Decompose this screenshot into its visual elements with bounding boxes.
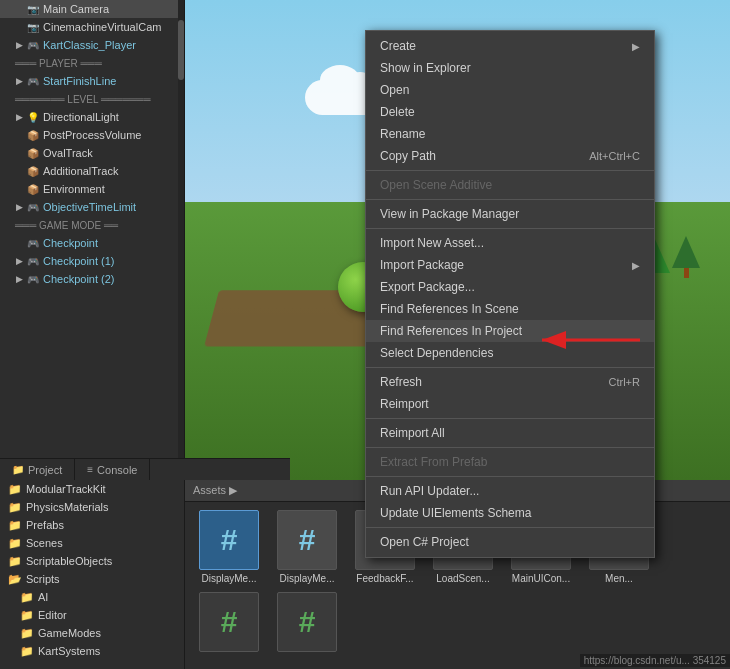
hierarchy-item-kart[interactable]: ▶ 🎮 KartClassic_Player — [0, 36, 184, 54]
file-item-scriptableobjects[interactable]: 📁 ScriptableObjects — [0, 552, 184, 570]
gameobj-icon: 🎮 — [26, 254, 40, 268]
asset-item-displayme2[interactable]: # DisplayMe... — [271, 510, 343, 584]
scroll-thumb[interactable] — [178, 20, 184, 80]
asset-icon: # — [277, 510, 337, 570]
hierarchy-item-additionaltrack[interactable]: 📦 AdditionalTrack — [0, 162, 184, 180]
menu-item-find-refs-scene[interactable]: Find References In Scene — [366, 298, 654, 320]
scrollbar[interactable] — [178, 0, 184, 480]
file-item-gamemodes[interactable]: 📁 GameModes — [0, 624, 184, 642]
separator-player: ═══ PLAYER ═══ — [0, 54, 184, 72]
menu-item-update-ui[interactable]: Update UIElements Schema — [366, 502, 654, 524]
tab-project[interactable]: 📁 Project — [0, 459, 75, 480]
hierarchy-item-checkpoint[interactable]: 🎮 Checkpoint — [0, 234, 184, 252]
separator1 — [366, 170, 654, 171]
separator4 — [366, 367, 654, 368]
folder-icon: 📁 — [8, 537, 22, 550]
camera-icon: 📷 — [26, 20, 40, 34]
camera-icon: 📷 — [26, 2, 40, 16]
arrow-right-icon: ▶ — [16, 112, 26, 122]
file-item-modulartrackkit[interactable]: 📁 ModularTrackKit — [0, 480, 184, 498]
cs-icon: # — [299, 523, 316, 557]
cs-icon-green: # — [299, 605, 316, 639]
menu-item-create[interactable]: Create ▶ — [366, 35, 654, 57]
file-item-prefabs[interactable]: 📁 Prefabs — [0, 516, 184, 534]
menu-item-open-csharp[interactable]: Open C# Project — [366, 531, 654, 553]
submenu-arrow-icon: ▶ — [632, 260, 640, 271]
menu-item-show-explorer[interactable]: Show in Explorer — [366, 57, 654, 79]
tree2 — [672, 236, 700, 278]
file-item-ai[interactable]: 📁 AI — [0, 588, 184, 606]
menu-item-view-package[interactable]: View in Package Manager — [366, 203, 654, 225]
separator-level: ═══════ LEVEL ═══════ — [0, 90, 184, 108]
hierarchy-item-cinemachine[interactable]: 📷 CinemachineVirtualCam — [0, 18, 184, 36]
menu-item-import-package[interactable]: Import Package ▶ — [366, 254, 654, 276]
folder-icon: 📁 — [20, 591, 34, 604]
hierarchy-item-checkpoint2[interactable]: ▶ 🎮 Checkpoint (2) — [0, 270, 184, 288]
editor-background: 📷 Main Camera 📷 CinemachineVirtualCam ▶ … — [0, 0, 730, 669]
menu-item-open[interactable]: Open — [366, 79, 654, 101]
arrow-right-icon: ▶ — [16, 76, 26, 86]
arrow-right-icon: ▶ — [16, 40, 26, 50]
folder-open-icon: 📂 — [8, 573, 22, 586]
file-item-editor[interactable]: 📁 Editor — [0, 606, 184, 624]
file-item-kartsystems[interactable]: 📁 KartSystems — [0, 642, 184, 660]
separator2 — [366, 199, 654, 200]
cs-icon: # — [221, 523, 238, 557]
hierarchy-panel: 📷 Main Camera 📷 CinemachineVirtualCam ▶ … — [0, 0, 185, 480]
red-arrow-indicator — [530, 325, 650, 358]
folder-icon: 📁 — [8, 483, 22, 496]
menu-item-reimport[interactable]: Reimport — [366, 393, 654, 415]
menu-item-run-api[interactable]: Run API Updater... — [366, 480, 654, 502]
asset-item-placeholder2[interactable]: # — [271, 592, 343, 652]
asset-item-displayme-selected[interactable]: # DisplayMe... — [193, 510, 265, 584]
separator-gamemode: ═══ GAME MODE ══ — [0, 216, 184, 234]
folder-icon: 📁 — [20, 609, 34, 622]
gameobj-icon: 🎮 — [26, 38, 40, 52]
assets-grid-row2: # # — [185, 592, 730, 660]
hierarchy-item-objective[interactable]: ▶ 🎮 ObjectiveTimeLimit — [0, 198, 184, 216]
cs-icon-green: # — [221, 605, 238, 639]
menu-item-import-asset[interactable]: Import New Asset... — [366, 232, 654, 254]
gameobj-icon: 🎮 — [26, 272, 40, 286]
folder-icon: 📁 — [8, 519, 22, 532]
hierarchy-item-camera[interactable]: 📷 Main Camera — [0, 0, 184, 18]
hierarchy-item-light[interactable]: ▶ 💡 DirectionalLight — [0, 108, 184, 126]
submenu-arrow-icon: ▶ — [632, 41, 640, 52]
menu-item-export-package[interactable]: Export Package... — [366, 276, 654, 298]
menu-item-extract-prefab: Extract From Prefab — [366, 451, 654, 473]
console-icon: ≡ — [87, 464, 93, 475]
arrow-svg — [530, 325, 650, 355]
hierarchy-item-startfinish[interactable]: ▶ 🎮 StartFinishLine — [0, 72, 184, 90]
gameobj-icon: 📦 — [26, 128, 40, 142]
hierarchy-item-ovaltrack[interactable]: 📦 OvalTrack — [0, 144, 184, 162]
bottom-tabs-bar: 📁 Project ≡ Console — [0, 458, 290, 480]
asset-item-placeholder1[interactable]: # — [193, 592, 265, 652]
tree2-top — [672, 236, 700, 268]
tree2-trunk — [684, 268, 689, 278]
hierarchy-item-environment[interactable]: 📦 Environment — [0, 180, 184, 198]
gameobj-icon: 🎮 — [26, 200, 40, 214]
hierarchy-item-postprocess[interactable]: 📦 PostProcessVolume — [0, 126, 184, 144]
asset-icon: # — [199, 510, 259, 570]
menu-item-copy-path[interactable]: Copy Path Alt+Ctrl+C — [366, 145, 654, 167]
separator3 — [366, 228, 654, 229]
folder-icon: 📁 — [20, 627, 34, 640]
menu-item-delete[interactable]: Delete — [366, 101, 654, 123]
folder-icon: 📁 — [20, 645, 34, 658]
menu-item-reimport-all[interactable]: Reimport All — [366, 422, 654, 444]
menu-item-refresh[interactable]: Refresh Ctrl+R — [366, 371, 654, 393]
hierarchy-item-checkpoint1[interactable]: ▶ 🎮 Checkpoint (1) — [0, 252, 184, 270]
tab-console[interactable]: ≡ Console — [75, 459, 150, 480]
file-panel: 📁 ModularTrackKit 📁 PhysicsMaterials 📁 P… — [0, 480, 185, 669]
file-item-physicsmaterials[interactable]: 📁 PhysicsMaterials — [0, 498, 184, 516]
menu-item-rename[interactable]: Rename — [366, 123, 654, 145]
asset-icon: # — [277, 592, 337, 652]
folder-icon: 📁 — [8, 555, 22, 568]
separator6 — [366, 447, 654, 448]
gameobj-icon: 📦 — [26, 164, 40, 178]
file-item-scenes[interactable]: 📁 Scenes — [0, 534, 184, 552]
gameobj-icon: 📦 — [26, 146, 40, 160]
arrow-right-icon: ▶ — [16, 274, 26, 284]
file-item-scripts[interactable]: 📂 Scripts — [0, 570, 184, 588]
folder-icon: 📁 — [8, 501, 22, 514]
